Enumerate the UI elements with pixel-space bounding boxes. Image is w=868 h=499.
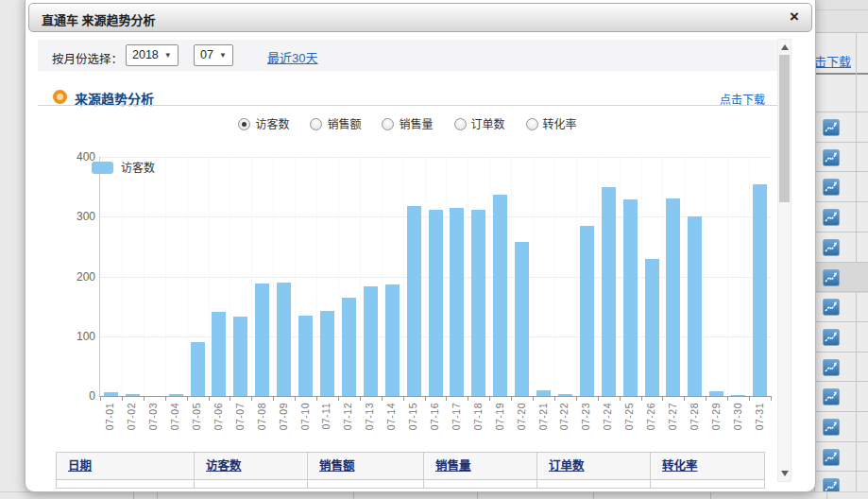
trend-chart-icon[interactable] — [823, 149, 840, 166]
x-tick-label: 07-14 — [385, 403, 397, 430]
x-tick-label: 07-16 — [429, 403, 440, 430]
bar-07-13 — [364, 286, 378, 396]
column-header-link[interactable]: 转化率 — [662, 459, 698, 473]
x-tick — [533, 396, 534, 401]
background-header-rule — [815, 73, 868, 75]
x-tick-label: 07-27 — [667, 403, 678, 430]
column-header-访客数: 访客数 — [195, 453, 308, 479]
background-table-row — [815, 171, 868, 202]
metric-radio-label: 转化率 — [543, 118, 577, 131]
trend-chart-icon[interactable] — [823, 299, 840, 316]
dialog-scrollbar[interactable] — [777, 39, 791, 482]
metric-radio-group: 访客数销售额销售量订单数转化率 — [38, 115, 777, 132]
metric-radio-订单数[interactable]: 订单数 — [454, 115, 505, 131]
x-gridline — [338, 157, 339, 396]
column-header-link[interactable]: 访客数 — [206, 459, 242, 473]
trend-chart-icon[interactable] — [823, 359, 840, 376]
x-tick-label: 07-12 — [342, 403, 353, 430]
x-tick — [662, 396, 663, 401]
metric-radio-转化率[interactable]: 转化率 — [526, 115, 577, 131]
metric-radio-label: 访客数 — [255, 118, 289, 131]
dialog-titlebar[interactable]: 直通车 来源趋势分析 × — [28, 3, 812, 32]
year-select[interactable]: 2018▼ — [126, 44, 179, 66]
background-bottom-row — [0, 491, 868, 499]
month-select[interactable]: 07▼ — [194, 44, 233, 66]
x-tick — [382, 396, 383, 401]
bar-07-02 — [126, 394, 140, 396]
trend-chart-icon[interactable] — [823, 449, 840, 466]
radio-icon[interactable] — [454, 118, 467, 130]
background-cell-border — [157, 492, 158, 499]
background-cell-border — [477, 492, 478, 499]
x-tick — [598, 396, 599, 401]
month-filter-bar: 按月份选择： 2018▼ 07▼ 最近30天 — [38, 40, 777, 71]
bar-07-30 — [731, 395, 745, 396]
x-gridline — [382, 157, 383, 396]
x-tick — [122, 396, 123, 401]
trend-chart-icon[interactable] — [823, 269, 840, 286]
x-tick — [511, 396, 512, 401]
trend-chart-icon[interactable] — [823, 329, 840, 346]
x-tick-label: 07-07 — [234, 403, 246, 430]
background-table-row — [815, 142, 868, 173]
x-tick — [468, 396, 468, 401]
column-header-link[interactable]: 订单数 — [549, 459, 585, 473]
background-cell-border — [353, 492, 354, 499]
x-gridline — [684, 157, 685, 396]
bar-07-09 — [277, 283, 291, 396]
bar-07-06 — [212, 312, 226, 396]
x-tick-label: 07-15 — [407, 403, 418, 430]
scroll-up-icon[interactable] — [781, 44, 789, 50]
x-tick-label: 07-20 — [516, 403, 527, 430]
chart-legend[interactable]: 访客数 — [92, 159, 155, 172]
scroll-down-icon[interactable] — [781, 471, 789, 476]
radio-icon[interactable] — [382, 118, 394, 130]
column-header-link[interactable]: 销售量 — [435, 459, 471, 473]
bar-07-17 — [450, 208, 464, 396]
x-tick — [771, 396, 772, 401]
x-tick — [165, 396, 166, 401]
metric-radio-销售量[interactable]: 销售量 — [382, 115, 433, 131]
trend-chart-icon[interactable] — [823, 209, 840, 226]
x-gridline — [165, 157, 166, 396]
x-tick-label: 07-02 — [126, 403, 137, 430]
bar-07-24 — [602, 187, 616, 396]
radio-icon[interactable] — [526, 118, 538, 130]
scrollbar-thumb[interactable] — [779, 55, 790, 202]
x-gridline — [209, 157, 210, 396]
trend-chart-icon[interactable] — [823, 419, 840, 436]
table-cell-empty — [308, 480, 424, 489]
radio-icon[interactable] — [310, 118, 322, 130]
column-header-link[interactable]: 日期 — [68, 459, 92, 473]
x-tick-label: 07-01 — [104, 403, 115, 430]
x-tick-label: 07-13 — [364, 403, 375, 430]
trend-chart-icon[interactable] — [823, 179, 840, 196]
radio-selected-icon[interactable] — [238, 118, 250, 130]
x-tick-label: 07-05 — [191, 403, 202, 430]
metric-radio-访客数[interactable]: 访客数 — [238, 115, 289, 131]
metric-radio-label: 销售量 — [399, 118, 433, 131]
bar-07-29 — [709, 391, 723, 396]
x-tick-label: 07-24 — [602, 403, 613, 430]
column-header-link[interactable]: 销售额 — [319, 459, 355, 473]
x-tick-label: 07-10 — [299, 403, 311, 430]
bar-07-05 — [191, 342, 205, 396]
x-tick-label: 07-06 — [213, 403, 224, 430]
recent-30-days-link[interactable]: 最近30天 — [267, 48, 317, 66]
x-tick — [338, 396, 339, 401]
trend-chart-icon[interactable] — [823, 239, 840, 256]
x-tick — [360, 396, 361, 401]
close-icon[interactable]: × — [790, 8, 799, 26]
x-gridline — [187, 157, 188, 396]
metric-radio-销售额[interactable]: 销售额 — [310, 115, 361, 131]
legend-label: 访客数 — [121, 162, 155, 175]
background-download-link[interactable]: 点击下载 — [814, 52, 851, 70]
bar-07-18 — [471, 210, 485, 396]
chart-plot: 07-0107-0207-0307-0407-0507-0607-0707-08… — [99, 157, 771, 397]
background-cell-border — [826, 492, 827, 499]
trend-chart-icon[interactable] — [823, 388, 840, 405]
trend-chart-icon[interactable] — [823, 119, 840, 136]
x-gridline — [468, 157, 468, 396]
column-header-订单数: 订单数 — [537, 453, 651, 479]
x-gridline — [122, 157, 123, 396]
